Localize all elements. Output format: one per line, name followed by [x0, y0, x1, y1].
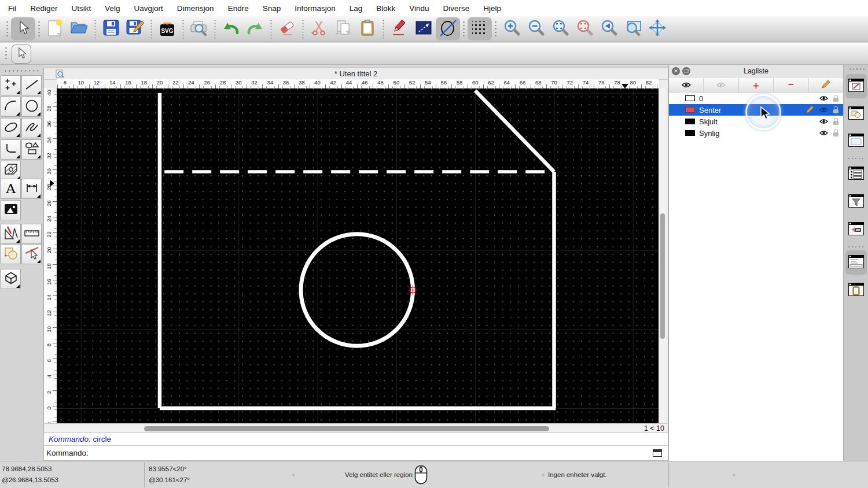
menu-endre[interactable]: Endre — [228, 4, 249, 13]
panel-close-button[interactable]: ✕ — [672, 67, 680, 75]
toolbar-handle[interactable] — [38, 20, 41, 38]
dock-filter-panel-button[interactable] — [845, 190, 867, 214]
menu-vindu[interactable]: Vindu — [409, 4, 429, 13]
menu-uavgjort[interactable]: Uavgjort — [134, 4, 163, 13]
layer-visibility-icon[interactable] — [819, 94, 828, 103]
scissors-icon: + — [311, 20, 327, 38]
zoom-out-button[interactable] — [524, 17, 548, 40]
new-document-button[interactable] — [43, 17, 67, 40]
toolbar-handle[interactable] — [6, 20, 9, 38]
dock-block-panel-button[interactable] — [845, 102, 867, 126]
svg-export-button[interactable]: SVG — [155, 17, 179, 40]
measure-tool-button[interactable] — [21, 224, 42, 244]
zoom-back-button[interactable] — [597, 17, 621, 40]
spline-tool-button[interactable] — [21, 118, 42, 138]
text-tool-button[interactable]: A — [1, 179, 21, 199]
box3d-tool-button[interactable] — [1, 269, 21, 289]
image-tool-button[interactable] — [1, 200, 21, 220]
grid-toggle-button[interactable] — [468, 17, 492, 40]
layer-visibility-icon[interactable] — [819, 129, 828, 138]
circle-tool-button[interactable] — [21, 97, 42, 117]
dock-layer-list-button[interactable] — [845, 162, 867, 186]
entity-line[interactable] — [475, 91, 554, 172]
menu-utsikt[interactable]: Utsikt — [72, 4, 91, 13]
eraser-button[interactable] — [275, 17, 299, 40]
save-as-button[interactable] — [123, 17, 148, 40]
hide-all-layers-button[interactable] — [704, 78, 738, 92]
v-ruler-label: 2 — [46, 388, 52, 396]
dock-pen-panel-button[interactable] — [845, 74, 867, 98]
zoom-in-button[interactable] — [499, 17, 524, 40]
horizontal-scrollbar-thumb[interactable] — [144, 426, 549, 431]
menu-rediger[interactable]: Rediger — [30, 4, 57, 13]
menu-hjelp[interactable]: Hjelp — [483, 4, 501, 13]
dock-clipboard-panel-button[interactable] — [845, 278, 867, 302]
redo-button[interactable] — [243, 17, 267, 40]
point-tool-button[interactable] — [1, 75, 21, 95]
zoom-window-button[interactable] — [621, 17, 645, 40]
menu-lag[interactable]: Lag — [350, 4, 363, 13]
zoom-previous-button[interactable] — [572, 17, 597, 40]
dock-library-panel-button[interactable] — [845, 129, 867, 153]
layer-lock-icon[interactable] — [833, 109, 838, 113]
dock-command-panel-button[interactable] — [845, 250, 867, 275]
polygon-tool-button[interactable] — [21, 139, 42, 160]
zoom-auto-button[interactable] — [548, 17, 572, 40]
menu-diverse[interactable]: Diverse — [443, 4, 470, 13]
layer-row-synlig[interactable]: Synlig — [669, 127, 843, 139]
draft-tool-button[interactable] — [1, 224, 21, 244]
menu-informasjon[interactable]: Informasjon — [295, 4, 336, 13]
save-button[interactable] — [99, 17, 123, 40]
menu-snap[interactable]: Snap — [263, 4, 281, 13]
show-all-layers-button[interactable] — [669, 78, 704, 92]
add-layer-button[interactable]: ＋ — [739, 78, 774, 92]
console-detach-icon[interactable] — [653, 449, 662, 457]
line-tool-button[interactable] — [21, 75, 42, 95]
toolbar-handle[interactable] — [5, 46, 8, 61]
dimension-tool-button[interactable] — [21, 179, 42, 199]
vertical-scrollbar[interactable] — [659, 88, 666, 423]
remove-layer-button[interactable]: − — [774, 78, 808, 92]
selection-box-button[interactable] — [411, 17, 436, 40]
dock-handle[interactable] — [848, 68, 865, 71]
layer-lock-icon[interactable] — [833, 98, 838, 102]
copy-button[interactable]: + — [331, 17, 355, 40]
ellipse-tool-button[interactable] — [1, 118, 21, 138]
zoom-pan-button[interactable] — [645, 17, 670, 40]
cut-button[interactable]: + — [307, 17, 331, 40]
print-preview-button[interactable] — [187, 17, 211, 40]
arc-tool-button[interactable] — [1, 97, 21, 117]
palette-handle[interactable] — [3, 69, 41, 72]
command-input-line[interactable]: Kommando: — [44, 446, 668, 461]
panel-float-button[interactable]: ❐ — [682, 67, 690, 75]
layer-visibility-icon[interactable] — [819, 106, 828, 114]
layer-lock-icon[interactable] — [833, 121, 838, 125]
draw-attributes-button[interactable] — [387, 17, 411, 40]
paste-button[interactable] — [355, 17, 380, 40]
hatch-tool-button[interactable] — [1, 161, 21, 181]
layer-visibility-icon[interactable] — [819, 117, 828, 126]
edit-layer-button[interactable] — [809, 78, 843, 92]
menu-velg[interactable]: Velg — [105, 4, 120, 13]
drawing-window-titlebar[interactable]: * Uten tittel 2 — [44, 68, 668, 80]
layer-edit-icon[interactable] — [806, 105, 814, 115]
drawing-canvas[interactable] — [57, 88, 659, 423]
entity-circle[interactable] — [301, 234, 413, 346]
undo-button[interactable] — [219, 17, 243, 40]
layer-lock-icon[interactable] — [833, 132, 838, 136]
menu-fil[interactable]: Fil — [8, 4, 16, 13]
select-button[interactable] — [11, 17, 35, 40]
dock-view-panel-button[interactable] — [845, 217, 867, 242]
toolbar-handle[interactable] — [494, 20, 497, 38]
v-ruler-label: 14 — [46, 294, 52, 302]
polyline-tool-button[interactable] — [1, 139, 21, 160]
menu-blokk[interactable]: Blokk — [376, 4, 395, 13]
open-button[interactable] — [67, 17, 91, 40]
toolbar-handle[interactable] — [462, 20, 465, 38]
vertical-scrollbar-thumb[interactable] — [660, 213, 665, 339]
select-mode-button[interactable] — [12, 45, 31, 64]
circle-line-tool-button[interactable] — [436, 17, 460, 40]
menu-dimensjon[interactable]: Dimensjon — [177, 4, 214, 13]
modify-tool-button[interactable] — [1, 244, 21, 264]
select-entity-tool-button[interactable] — [21, 244, 42, 264]
